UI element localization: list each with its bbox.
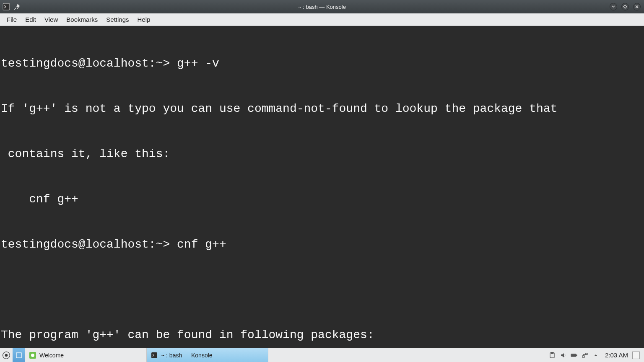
- taskbar-item-konsole[interactable]: ~ : bash — Konsole: [147, 348, 268, 362]
- window-titlebar: ~ : bash — Konsole: [0, 0, 644, 13]
- menu-settings[interactable]: Settings: [102, 14, 133, 25]
- close-button[interactable]: [633, 3, 641, 10]
- menu-help[interactable]: Help: [133, 14, 155, 25]
- svg-point-5: [31, 354, 34, 357]
- svg-rect-0: [3, 3, 10, 10]
- welcome-app-icon: [29, 352, 36, 359]
- app-icon: [3, 3, 10, 10]
- volume-tray-icon[interactable]: [560, 352, 566, 359]
- svg-rect-3: [16, 353, 21, 358]
- terminal-line: The program 'g++' can be found in follow…: [1, 328, 643, 343]
- clipboard-tray-icon[interactable]: [549, 352, 556, 359]
- svg-rect-8: [551, 352, 553, 354]
- network-tray-icon[interactable]: [582, 352, 588, 359]
- svg-rect-10: [576, 355, 577, 356]
- konsole-app-icon: [151, 352, 158, 359]
- expand-tray-icon[interactable]: [592, 352, 599, 359]
- menu-file[interactable]: File: [3, 14, 21, 25]
- svg-rect-11: [571, 354, 576, 356]
- terminal-line: cnf g++: [1, 192, 643, 207]
- terminal-line: testingdocs@localhost:~> g++ -v: [1, 56, 643, 71]
- clock[interactable]: 2:03 AM: [603, 352, 628, 359]
- taskbar-item-welcome[interactable]: Welcome: [25, 348, 147, 362]
- taskbar-item-label: ~ : bash — Konsole: [161, 352, 213, 359]
- svg-point-2: [5, 354, 8, 357]
- menu-edit[interactable]: Edit: [21, 14, 40, 25]
- svg-rect-6: [151, 352, 157, 358]
- battery-tray-icon[interactable]: [571, 352, 577, 359]
- terminal-view[interactable]: testingdocs@localhost:~> g++ -v If 'g++'…: [0, 26, 644, 348]
- taskbar: Welcome ~ : bash — Konsole 2:03 AM: [0, 348, 644, 362]
- start-menu-button[interactable]: [0, 348, 13, 362]
- terminal-line: contains it, like this:: [1, 147, 643, 162]
- menu-bar: File Edit View Bookmarks Settings Help: [0, 13, 644, 26]
- terminal-line: [1, 282, 643, 297]
- window-title: ~ : bash — Konsole: [0, 4, 644, 10]
- terminal-line: If 'g++' is not a typo you can use comma…: [1, 101, 643, 116]
- svg-rect-12: [582, 356, 584, 357]
- pin-icon[interactable]: [13, 3, 21, 10]
- menu-bookmarks[interactable]: Bookmarks: [62, 14, 102, 25]
- terminal-line: testingdocs@localhost:~> cnf g++: [1, 237, 643, 252]
- show-desktop-button[interactable]: [632, 352, 640, 359]
- maximize-button[interactable]: [621, 3, 629, 10]
- taskbar-item-label: Welcome: [39, 352, 64, 359]
- menu-view[interactable]: View: [40, 14, 62, 25]
- activity-switcher[interactable]: [13, 348, 25, 362]
- minimize-button[interactable]: [610, 3, 617, 10]
